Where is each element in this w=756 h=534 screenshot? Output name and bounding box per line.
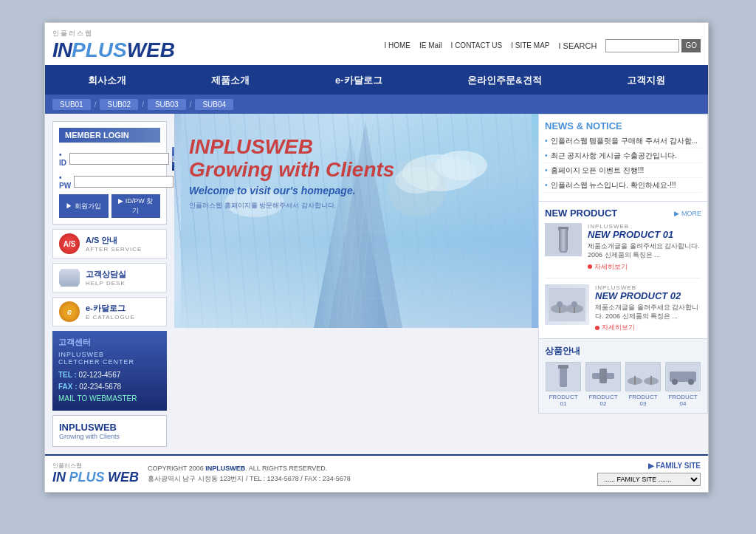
news-item-0[interactable]: • 인플러스웹 템플릿을 구매해 주셔서 감사합...: [545, 136, 701, 148]
sitemap-link[interactable]: I SITE MAP: [511, 41, 549, 49]
email-link[interactable]: IE Mail: [419, 41, 442, 49]
sub-nav-sep-1: /: [94, 100, 97, 109]
find-id-pw-button[interactable]: ▶ ID/PW 찾기: [111, 194, 161, 218]
gallery-thumb-3: [665, 362, 701, 391]
member-login-box: MEMBER LOGIN • ID LOGIN • PW ▶ 회원가입 ▶ ID…: [52, 121, 167, 225]
nav-item-support[interactable]: 고객지원: [612, 68, 680, 93]
product-more-bullet-1: [595, 326, 599, 330]
sub-nav-02[interactable]: SUB02: [100, 99, 138, 110]
nav-item-company[interactable]: 회사소개: [73, 68, 141, 93]
footer-logo-main: IN PLUS WEB: [52, 470, 139, 485]
svg-point-15: [388, 158, 447, 217]
product-more-0[interactable]: 자세히보기: [588, 262, 701, 272]
footer-address: 홍사광역시 남구 시정동 123번지 / TEL : 1234-5678 / F…: [148, 473, 351, 484]
svg-point-19: [561, 228, 566, 233]
catalogue-en-label: E CATALOGUE: [86, 314, 135, 321]
product-gallery: 상품안내 FRODUCT 01: [538, 339, 708, 414]
register-button[interactable]: ▶ 회원가입: [59, 194, 109, 218]
as-en-label: AFTER SERVICE: [86, 246, 142, 253]
tel-number: 02-123-4567: [79, 371, 121, 379]
login-pw-field: • PW: [59, 174, 160, 190]
nav-item-product[interactable]: 제품소개: [196, 68, 264, 93]
hero-desc: 인플러스웹 홈페이지를 방문해주셔서 감사합니다.: [189, 201, 394, 210]
news-text-1: 최근 공지사항 게시글 수출공간입니다.: [551, 151, 677, 160]
as-icon-shape: A/S: [59, 233, 80, 254]
gallery-thumb-svg-2: [626, 363, 660, 391]
family-site-select[interactable]: ...... FAMILY SITE .......: [597, 473, 701, 486]
gallery-label-0: FRODUCT 01: [545, 394, 582, 407]
svg-point-26: [571, 301, 577, 307]
news-title-bar: NEWS & NOTICE: [545, 120, 701, 131]
search-go-button[interactable]: GO: [681, 39, 701, 52]
gallery-thumb-svg-1: [586, 363, 620, 391]
news-item-2[interactable]: • 홈페이지 오픈 이벤트 진행!!!: [545, 165, 701, 178]
sub-nav-sep-2: /: [142, 100, 144, 109]
top-nav-right: I HOME IE Mail I CONTACT US I SITE MAP I…: [384, 39, 701, 52]
fax-label: FAX :: [58, 383, 79, 391]
news-text-2: 홈페이지 오픈 이벤트 진행!!!: [551, 165, 645, 175]
news-bullet-2: •: [545, 166, 548, 174]
footer-left: 인플러스웹 IN PLUS WEB COPYRIGHT 2006 INPLUSW…: [52, 462, 351, 485]
customer-center: 고객센터 INPLUSWEB CLETCHER CENTER TEL : 02-…: [52, 331, 167, 411]
product-desc-1: 제품소개글을 올려주세요 감사합니다. 2006 신제품의 특징은 ...: [595, 304, 701, 321]
product-thumb-0: [545, 223, 582, 256]
customer-tel: TEL : 02-123-4567: [58, 369, 161, 381]
logo-plus: PLUS: [72, 38, 127, 62]
home-link[interactable]: I HOME: [384, 41, 410, 49]
search-input[interactable]: [605, 39, 679, 52]
news-item-1[interactable]: • 최근 공지사항 게시글 수출공간입니다.: [545, 151, 701, 163]
product-more-text-0: 자세히보기: [594, 262, 628, 272]
sub-nav-01[interactable]: SUB01: [52, 99, 91, 110]
main-container: 인플러스웹 IN PLUS WEB I HOME IE Mail I CONTA…: [44, 22, 709, 493]
left-sidebar: MEMBER LOGIN • ID LOGIN • PW ▶ 회원가입 ▶ ID…: [45, 114, 174, 454]
customer-fax: FAX : 02-234-5678: [58, 381, 161, 393]
main-nav: 회사소개 제품소개 e-카달로그 온라인주문&견적 고객지원: [45, 66, 708, 95]
gallery-thumb-1: [585, 362, 621, 391]
gallery-item-1[interactable]: FRODUCT 02: [585, 362, 622, 407]
product-more-text-1: 자세히보기: [602, 323, 635, 332]
product-item-0: INPLUSWEB NEW PRODUCT 01 제품소개글을 올려주세요 감사…: [545, 223, 701, 278]
gallery-item-2[interactable]: FRODUCT 03: [625, 362, 662, 407]
slogan-title: INPLUSWEB: [59, 422, 160, 433]
product-more-bullet-0: [588, 264, 592, 269]
helpdesk-ko-label: 고객상담실: [86, 269, 126, 280]
sidebar-helpdesk-item[interactable]: 고객상담실 HELP DESK: [52, 263, 167, 292]
news-bullet-1: •: [545, 151, 548, 160]
hero-title: INPLUSWEB Growing with Clients: [189, 136, 394, 182]
news-bullet-0: •: [545, 137, 548, 145]
sub-nav-sep-3: /: [190, 100, 192, 109]
gallery-title: 상품안내: [545, 345, 701, 357]
sub-nav-03[interactable]: SUB03: [148, 99, 186, 110]
news-bullet-3: •: [545, 181, 548, 189]
product-more-1[interactable]: 자세히보기: [595, 323, 701, 332]
news-text-0: 인플러스웹 템플릿을 구매해 주셔서 감사합...: [551, 136, 698, 146]
new-product-more[interactable]: ▶ MORE: [674, 210, 701, 217]
nav-item-order[interactable]: 온라인주문&견적: [453, 68, 556, 93]
svg-rect-20: [549, 288, 585, 321]
helpdesk-icon-shape: [59, 269, 80, 287]
news-title: NEWS & NOTICE: [545, 120, 622, 131]
pw-input[interactable]: [74, 176, 173, 188]
customer-mail[interactable]: MAIL TO WEBMASTER: [58, 393, 161, 405]
contact-link[interactable]: I CONTACT US: [451, 41, 503, 49]
gallery-thumb-svg-3: [666, 363, 700, 391]
nav-item-catalogue[interactable]: e-카달로그: [320, 68, 397, 93]
sidebar-catalogue-item[interactable]: e e-카달로그 E CATALOGUE: [52, 297, 167, 326]
customer-center-title: 고객센터: [58, 337, 161, 348]
tel-label: TEL :: [58, 371, 79, 379]
sub-nav-04[interactable]: SUB04: [195, 99, 233, 110]
gallery-thumb-2: [625, 362, 661, 391]
gallery-label-1: FRODUCT 02: [585, 394, 622, 407]
gallery-item-0[interactable]: FRODUCT 01: [545, 362, 582, 407]
footer-logo-plus: PLUS: [69, 470, 104, 485]
new-product-title: NEW PRODUCT: [545, 208, 617, 219]
copyright-brand: INPLUSWEB: [205, 465, 245, 472]
gallery-item-3[interactable]: FRODUCT 04: [664, 362, 701, 407]
footer-logo-web: WEB: [108, 470, 139, 485]
news-item-3[interactable]: • 인플러스웹 뉴스입니다. 확인하세요-!!!: [545, 180, 701, 193]
id-input[interactable]: [69, 153, 169, 165]
news-notice: NEWS & NOTICE • 인플러스웹 템플릿을 구매해 주셔서 감사합..…: [538, 114, 708, 202]
footer-logo: 인플러스웹 IN PLUS WEB: [52, 462, 139, 485]
svg-point-41: [688, 379, 694, 385]
sidebar-as-item[interactable]: A/S A/S 안내 AFTER SERVICE: [52, 229, 167, 259]
